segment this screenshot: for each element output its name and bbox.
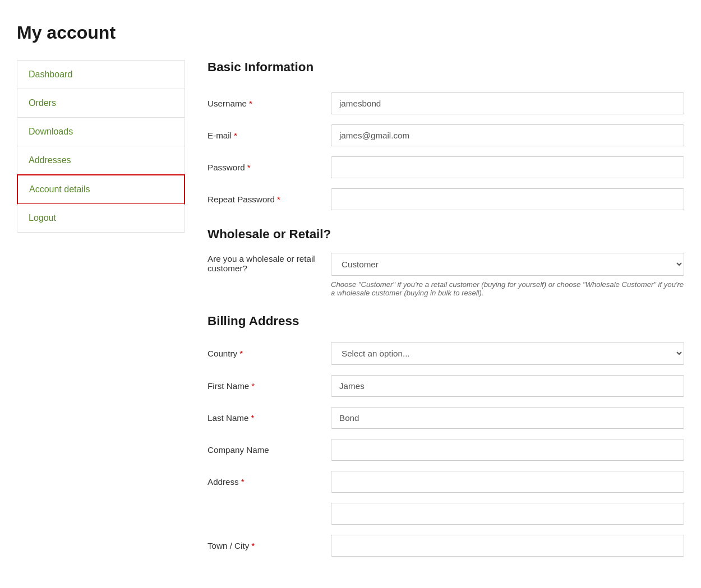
first-name-input[interactable]: [331, 375, 684, 397]
town-city-row: Town / City*: [207, 535, 684, 557]
username-row: Username*: [207, 92, 684, 114]
email-input[interactable]: [331, 124, 684, 146]
repeat-password-input[interactable]: [331, 188, 684, 210]
username-input[interactable]: [331, 92, 684, 114]
password-row: Password*: [207, 156, 684, 178]
address-row: Address*: [207, 471, 684, 493]
repeat-password-row: Repeat Password*: [207, 188, 684, 210]
sidebar-item-downloads[interactable]: Downloads: [17, 118, 185, 146]
billing-title: Billing Address: [207, 314, 684, 328]
town-city-input[interactable]: [331, 535, 684, 557]
basic-info-title: Basic Information: [207, 60, 684, 79]
company-name-row: Company Name: [207, 439, 684, 461]
sidebar-item-dashboard[interactable]: Dashboard: [17, 61, 185, 89]
country-label: Country*: [207, 349, 331, 358]
password-label: Password*: [207, 163, 331, 172]
country-row: Country* Select an option...: [207, 342, 684, 365]
first-name-label: First Name*: [207, 381, 331, 391]
sidebar: Dashboard Orders Downloads Addresses Acc…: [17, 60, 185, 233]
address2-row: [207, 503, 684, 525]
sidebar-item-logout[interactable]: Logout: [17, 204, 185, 232]
wholesale-row: Are you a wholesale or retail customer? …: [207, 253, 684, 297]
wholesale-select[interactable]: Customer Wholesale Customer: [331, 253, 684, 276]
country-select[interactable]: Select an option...: [331, 342, 684, 365]
address2-input[interactable]: [331, 503, 684, 525]
email-row: E-mail*: [207, 124, 684, 146]
address-input[interactable]: [331, 471, 684, 493]
billing-section: Billing Address Country* Select an optio…: [207, 314, 684, 557]
wholesale-section: Wholesale or Retail? Are you a wholesale…: [207, 227, 684, 297]
repeat-password-label: Repeat Password*: [207, 195, 331, 204]
sidebar-item-orders[interactable]: Orders: [17, 89, 185, 118]
first-name-row: First Name*: [207, 375, 684, 397]
company-name-label: Company Name: [207, 445, 331, 455]
main-content: Basic Information Username* E-mail* Pass…: [207, 60, 684, 567]
page-title: My account: [17, 22, 684, 43]
sidebar-item-account-details[interactable]: Account details: [17, 174, 185, 205]
wholesale-hint: Choose "Customer" if you're a retail cus…: [331, 280, 684, 297]
wholesale-title: Wholesale or Retail?: [207, 227, 684, 242]
company-name-input[interactable]: [331, 439, 684, 461]
email-label: E-mail*: [207, 131, 331, 140]
wholesale-label: Are you a wholesale or retail customer?: [207, 253, 331, 273]
town-city-label: Town / City*: [207, 541, 331, 550]
last-name-row: Last Name*: [207, 407, 684, 429]
last-name-label: Last Name*: [207, 413, 331, 423]
password-input[interactable]: [331, 156, 684, 178]
username-label: Username*: [207, 99, 331, 108]
sidebar-item-addresses[interactable]: Addresses: [17, 146, 185, 175]
address-label: Address*: [207, 477, 331, 487]
last-name-input[interactable]: [331, 407, 684, 429]
